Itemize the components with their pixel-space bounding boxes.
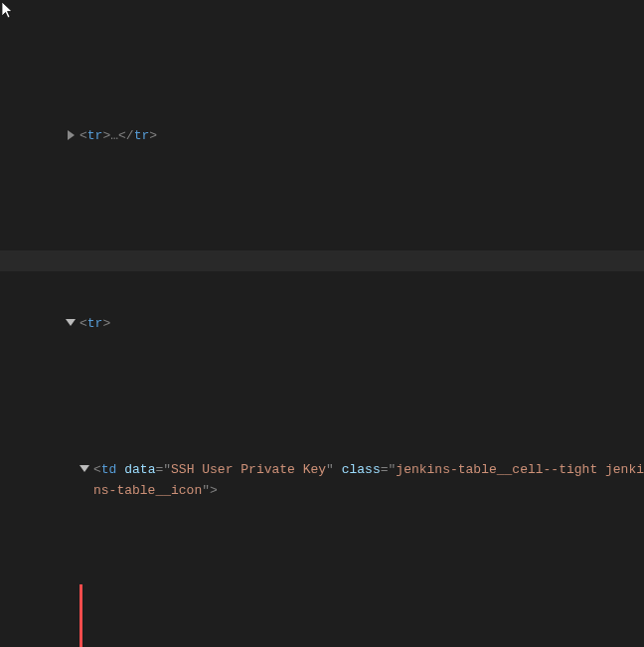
tree-node-tr-collapsed[interactable]: <tr>…</tr> <box>80 125 644 146</box>
tree-node-td-ssh-key[interactable]: <td data="SSH User Private Key" class="j… <box>93 459 644 501</box>
dom-tree-root: <tr>…</tr> <tr> <td data="SSH User Priva… <box>0 0 644 647</box>
collapse-toggle-icon[interactable] <box>66 318 76 328</box>
modified-marker-red <box>80 584 82 647</box>
collapse-toggle-icon[interactable] <box>80 464 89 474</box>
tree-node-tr-open[interactable]: <tr> <box>80 313 644 334</box>
expand-toggle-icon[interactable] <box>66 130 76 140</box>
